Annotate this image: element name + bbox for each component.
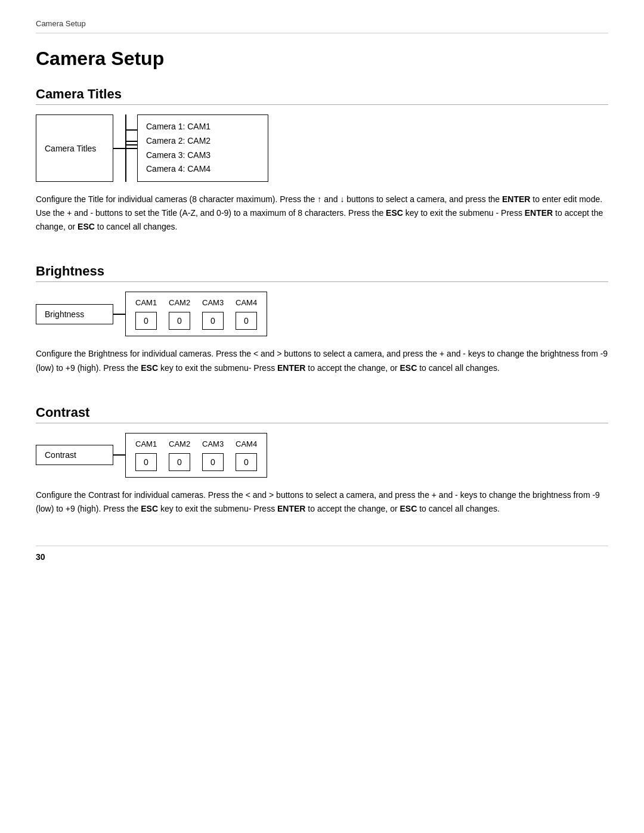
section-contrast: Contrast Contrast CAM1 CAM2 CAM3 CAM4 0 …: [36, 405, 608, 516]
contrast-connector: [113, 454, 125, 456]
page-wrapper: Camera Setup Camera Setup Camera Titles …: [0, 0, 644, 833]
page-title: Camera Setup: [36, 48, 608, 70]
contrast-cam-value-1: 0: [135, 453, 157, 471]
branch-horiz-4: [126, 148, 137, 149]
branch-item-1: [126, 122, 137, 138]
section-title-brightness: Brightness: [36, 264, 608, 282]
branch-horiz-2: [126, 141, 137, 142]
brightness-cam-value-4: 0: [236, 312, 257, 330]
contrast-cam-header-4: CAM4: [236, 439, 257, 448]
connector-horizontal: [113, 114, 125, 182]
brightness-cam-header-4: CAM4: [236, 298, 257, 307]
page-number: 30: [36, 552, 45, 562]
contrast-cam-header-1: CAM1: [135, 439, 157, 448]
contrast-description: Configure the Contrast for individual ca…: [36, 488, 608, 516]
submenu-item-1: Camera 1: CAM1: [146, 120, 259, 134]
submenu-item-3: Camera 3: CAM3: [146, 148, 259, 163]
brightness-h-line: [113, 314, 125, 315]
contrast-cam-value-3: 0: [202, 453, 224, 471]
brightness-cam-value-3: 0: [202, 312, 224, 330]
submenu-item-4: Camera 4: CAM4: [146, 162, 259, 176]
contrast-cam-header-2: CAM2: [169, 439, 190, 448]
contrast-cam-values-box: CAM1 CAM2 CAM3 CAM4 0 0 0 0: [125, 433, 267, 478]
breadcrumb-bar: Camera Setup: [36, 18, 608, 33]
brightness-cam-value-2: 0: [169, 312, 190, 330]
submenu-item-2: Camera 2: CAM2: [146, 134, 259, 148]
section-camera-titles: Camera Titles Camera Titles: [36, 86, 608, 234]
h-line-1: [113, 148, 125, 149]
breadcrumb: Camera Setup: [36, 19, 86, 28]
brightness-cam-values-row: 0 0 0 0: [135, 312, 257, 330]
camera-titles-menu-box: Camera Titles: [36, 114, 113, 182]
section-title-camera-titles: Camera Titles: [36, 86, 608, 105]
brightness-cam-header-1: CAM1: [135, 298, 157, 307]
vertical-connector: [126, 114, 137, 182]
branch-item-3: [126, 144, 137, 145]
contrast-h-line: [113, 454, 125, 456]
footer-bar: 30: [36, 546, 608, 562]
branch-horiz-3: [126, 144, 137, 145]
brightness-cam-headers: CAM1 CAM2 CAM3 CAM4: [135, 298, 257, 307]
brightness-cam-header-3: CAM3: [202, 298, 224, 307]
contrast-cam-header-3: CAM3: [202, 439, 224, 448]
brightness-diagram: Brightness CAM1 CAM2 CAM3 CAM4 0 0 0 0: [36, 292, 608, 336]
camera-titles-diagram: Camera Titles: [36, 114, 608, 182]
brightness-connector: [113, 314, 125, 315]
contrast-cam-headers: CAM1 CAM2 CAM3 CAM4: [135, 439, 257, 448]
contrast-menu-box: Contrast: [36, 445, 113, 465]
brightness-description: Configure the Brightness for individual …: [36, 347, 608, 374]
brightness-cam-values-box: CAM1 CAM2 CAM3 CAM4 0 0 0 0: [125, 292, 267, 336]
branch-item-2: [126, 141, 137, 142]
brightness-cam-header-2: CAM2: [169, 298, 190, 307]
contrast-cam-value-4: 0: [236, 453, 257, 471]
branch-wrapper: [125, 114, 137, 182]
contrast-diagram: Contrast CAM1 CAM2 CAM3 CAM4 0 0 0 0: [36, 433, 608, 478]
branch-item-4: [126, 148, 137, 149]
camera-titles-description: Configure the Title for individual camer…: [36, 193, 608, 234]
brightness-menu-box: Brightness: [36, 304, 113, 324]
branch-horiz-1: [126, 129, 137, 131]
section-title-contrast: Contrast: [36, 405, 608, 423]
contrast-cam-values-row: 0 0 0 0: [135, 453, 257, 471]
section-brightness: Brightness Brightness CAM1 CAM2 CAM3 CAM…: [36, 264, 608, 374]
contrast-cam-value-2: 0: [169, 453, 190, 471]
brightness-cam-value-1: 0: [135, 312, 157, 330]
camera-submenu-box: Camera 1: CAM1 Camera 2: CAM2 Camera 3: …: [137, 114, 268, 182]
